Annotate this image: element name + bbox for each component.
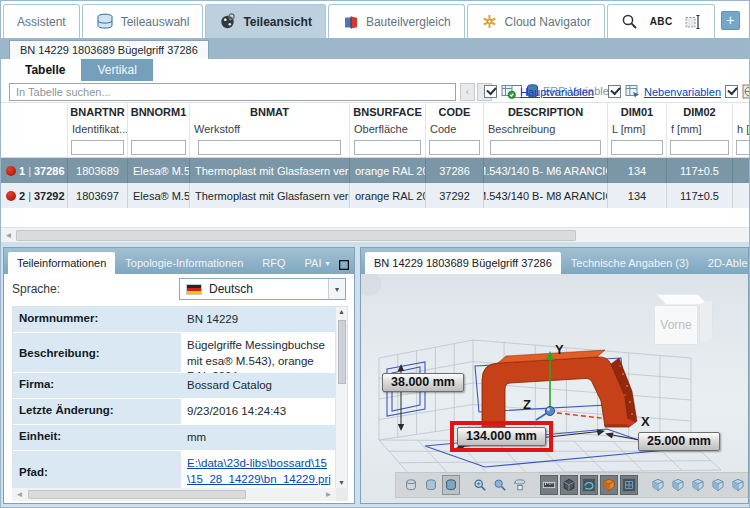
details-vertical-scrollbar[interactable]: ▲ ▼ (335, 307, 347, 488)
tab-teileansicht[interactable]: Teileansicht (205, 4, 325, 38)
table-horizontal-scrollbar[interactable]: ◄ (1, 227, 750, 242)
view-cube[interactable]: Vorne (654, 292, 716, 348)
hauptvariablen-checkbox[interactable] (484, 85, 497, 98)
table-cell[interactable] (733, 158, 750, 183)
table-cell[interactable]: 1803697 (68, 183, 128, 208)
section-icon[interactable] (560, 475, 578, 495)
view-cube-front-face[interactable]: Vorne (654, 305, 698, 345)
nebenvariablen-checkbox[interactable] (608, 85, 621, 98)
view-back-icon[interactable] (689, 475, 707, 495)
table-cell[interactable]: orange RAL 2004 (350, 158, 426, 183)
column-filter-input[interactable] (71, 140, 124, 155)
column-filter-input[interactable] (131, 140, 186, 155)
project-path-link[interactable]: E:\data\23d-libs\bossard\15\15_28_14229\… (187, 457, 331, 485)
column-header[interactable]: DIM02 (667, 103, 733, 121)
turntable-icon[interactable] (511, 475, 529, 495)
document-tab[interactable]: BN 14229 1803689 Bügelgriff 37286 (9, 40, 209, 59)
column-header[interactable]: DIM01 (608, 103, 667, 121)
grid-snap-icon[interactable] (620, 475, 638, 495)
tab-assistent[interactable]: Assistent (3, 4, 80, 38)
hauptvariablen-link[interactable]: Hauptvariablen (520, 86, 594, 98)
zoom-fit-icon[interactable] (491, 475, 509, 495)
maximize-panel-icon[interactable] (339, 260, 349, 270)
scroll-up-icon[interactable]: ▲ (338, 307, 345, 317)
tab-cloud-navigator[interactable]: Cloud Navigator (467, 4, 605, 38)
table-search-input[interactable] (9, 83, 456, 101)
dimension-label-height[interactable]: 38.000 mm (382, 373, 464, 392)
table-cell[interactable]: Elesa® M.543 (128, 183, 190, 208)
measure-icon[interactable] (540, 475, 558, 495)
texture-icon[interactable] (600, 475, 618, 495)
tab-teileinformationen[interactable]: Teileinformationen (8, 252, 115, 274)
quick-search-tab[interactable]: ABC (607, 4, 715, 38)
view-front-icon[interactable] (669, 475, 687, 495)
table-cell[interactable]: 1803689 (68, 158, 128, 183)
tab-part-3d-view[interactable]: BN 14229 1803689 Bügelgriff 37286 (365, 252, 561, 274)
table-cell[interactable]: 37286 (426, 158, 484, 183)
dimension-highlight-box[interactable]: 134.000 mm (450, 421, 553, 452)
tab-teileauswahl[interactable]: Teileauswahl (82, 4, 204, 38)
column-header[interactable]: BNARTNR (68, 103, 128, 121)
column-header[interactable]: BNNORM1 (128, 103, 190, 121)
column-filter-input[interactable] (611, 140, 663, 155)
add-tab-button[interactable]: + (721, 11, 740, 30)
part-3d-model[interactable] (482, 350, 637, 427)
view-cube-top-face[interactable] (656, 294, 708, 305)
scroll-down-icon[interactable]: ▼ (338, 478, 345, 488)
column-header[interactable]: BNMAT (190, 103, 350, 121)
chevron-down-icon[interactable]: ▼ (328, 279, 345, 299)
table-cell[interactable]: 37292 (426, 183, 484, 208)
view-iso-icon[interactable] (649, 475, 667, 495)
table-row[interactable]: 1|37286 1803689 Elesa® M.543 Thermoplast… (1, 158, 750, 183)
table-cell[interactable]: Elesa® M.543 (128, 158, 190, 183)
table-cell[interactable] (733, 183, 750, 208)
tab-bauteilvergleich[interactable]: Bauteilvergleich (328, 4, 465, 38)
scroll-right-icon[interactable]: ► (321, 487, 336, 502)
column-filter-input[interactable] (670, 140, 729, 155)
column-header[interactable]: DESCRIPTION (484, 103, 608, 121)
tab-rfq[interactable]: RFQ (253, 252, 294, 274)
viewport-3d[interactable]: Y X Z Vorne 38.000 mm 134.000 mm 25.000 … (361, 274, 748, 503)
tab-vertikal[interactable]: Vertikal (81, 59, 152, 81)
view-left-icon[interactable] (709, 475, 727, 495)
scrollbar-thumb[interactable] (338, 320, 346, 384)
tab-pai[interactable]: PAI▾ (296, 252, 339, 274)
column-filter-input[interactable] (490, 140, 601, 155)
view-cube-side-face[interactable] (699, 300, 713, 343)
dimension-label-depth[interactable]: 25.000 mm (638, 432, 720, 451)
language-dropdown[interactable]: Deutsch ▼ (179, 278, 346, 300)
column-filter-input[interactable] (429, 140, 480, 155)
table-cell[interactable]: 134 (608, 158, 667, 183)
column-header[interactable]: D (733, 103, 750, 121)
table-cell[interactable]: M.543/140 B- M8 ARANCIO (484, 183, 608, 208)
filter-hauptvariablen[interactable]: Hauptvariablen (484, 84, 594, 99)
rotate-view-icon[interactable] (580, 475, 598, 495)
filter-nebenvariablen[interactable]: Nebenvariablen (608, 84, 721, 99)
tab-2d-ableitung[interactable]: 2D-Ableitung (699, 252, 749, 274)
column-header[interactable]: CODE (426, 103, 484, 121)
table-row[interactable]: 2|37292 1803697 Elesa® M.543 Thermoplast… (1, 183, 750, 208)
table-cell[interactable]: Thermoplast mit Glasfasern verstärkt (190, 183, 350, 208)
scrollbar-thumb[interactable] (16, 230, 576, 241)
table-cell[interactable]: 117±0.5 (667, 183, 733, 208)
zoom-in-icon[interactable] (471, 475, 489, 495)
search-prev-button[interactable]: ‹ (460, 83, 475, 101)
table-cell[interactable]: Thermoplast mit Glasfasern verstärkt (190, 158, 350, 183)
render-shaded-edges-icon[interactable] (442, 475, 460, 495)
table-cell[interactable]: 117±0.5 (667, 158, 733, 183)
column-filter-input[interactable] (736, 140, 750, 155)
tab-technische-angaben[interactable]: Technische Angaben (3) (562, 252, 698, 274)
column-header[interactable]: BNSURFACE (350, 103, 426, 121)
scroll-left-icon[interactable]: ◄ (12, 487, 27, 502)
column-filter-input[interactable] (354, 140, 422, 155)
dimension-label-length[interactable]: 134.000 mm (457, 427, 546, 446)
table-cell[interactable]: M.543/140 B- M6 ARANCIO (484, 158, 608, 183)
details-horizontal-scrollbar[interactable]: ◄ ► (12, 488, 348, 501)
column-filter-input[interactable] (198, 140, 341, 155)
render-shaded-icon[interactable] (422, 475, 440, 495)
tab-tabelle[interactable]: Tabelle (9, 59, 81, 81)
tab-topologie-informationen[interactable]: Topologie-Informationen (116, 252, 252, 274)
table-cell[interactable]: 134 (608, 183, 667, 208)
render-wireframe-icon[interactable] (402, 475, 420, 495)
scroll-left-icon[interactable]: ◄ (1, 228, 16, 243)
